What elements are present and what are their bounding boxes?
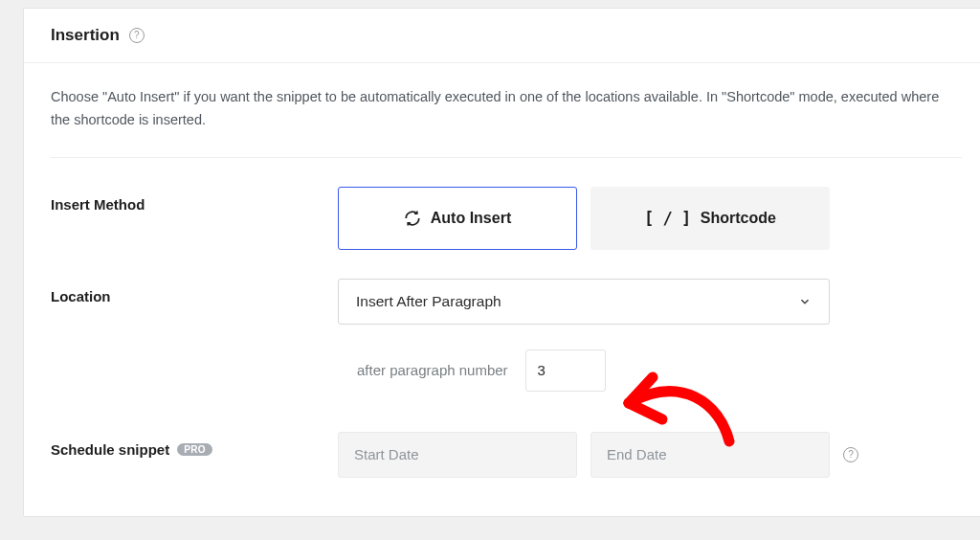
auto-insert-label: Auto Insert xyxy=(431,210,511,227)
paragraph-number-row: after paragraph number xyxy=(357,349,962,392)
schedule-help-icon[interactable]: ? xyxy=(843,447,858,462)
end-date-input[interactable]: End Date xyxy=(590,432,830,478)
shortcode-label: Shortcode xyxy=(701,210,776,227)
location-select[interactable]: Insert After Paragraph xyxy=(338,279,830,325)
auto-insert-button[interactable]: Auto Insert xyxy=(338,187,577,250)
paragraph-number-input[interactable] xyxy=(525,349,606,392)
start-date-input[interactable]: Start Date xyxy=(338,432,577,478)
date-group: Start Date End Date ? xyxy=(338,432,962,478)
chevron-down-icon xyxy=(798,295,812,308)
start-date-placeholder: Start Date xyxy=(354,446,419,462)
insert-method-toggle-group: Auto Insert [ / ] Shortcode xyxy=(338,187,962,250)
panel-body: Choose "Auto Insert" if you want the sni… xyxy=(24,63,980,516)
panel-header: Insertion ? xyxy=(24,9,980,63)
paragraph-number-label: after paragraph number xyxy=(357,362,508,378)
shortcode-icon: [ / ] xyxy=(644,209,691,228)
divider xyxy=(51,157,962,158)
insert-method-row: Insert Method Auto Insert [ / ] xyxy=(51,187,962,250)
panel-title: Insertion xyxy=(51,26,120,45)
pro-badge: PRO xyxy=(177,443,212,456)
help-icon[interactable]: ? xyxy=(129,28,145,43)
panel-description: Choose "Auto Insert" if you want the sni… xyxy=(51,86,962,132)
schedule-row: Schedule snippet PRO Start Date End Date… xyxy=(51,432,962,478)
schedule-label: Schedule snippet xyxy=(51,441,169,458)
end-date-placeholder: End Date xyxy=(607,446,667,462)
location-row: Location Insert After Paragraph after pa… xyxy=(51,279,962,392)
insertion-panel: Insertion ? Choose "Auto Insert" if you … xyxy=(23,8,980,517)
shortcode-button[interactable]: [ / ] Shortcode xyxy=(590,187,830,250)
insert-method-label: Insert Method xyxy=(51,187,338,213)
location-selected: Insert After Paragraph xyxy=(356,293,501,310)
schedule-label-wrap: Schedule snippet PRO xyxy=(51,432,338,458)
location-label: Location xyxy=(51,279,338,304)
refresh-icon xyxy=(404,210,421,227)
